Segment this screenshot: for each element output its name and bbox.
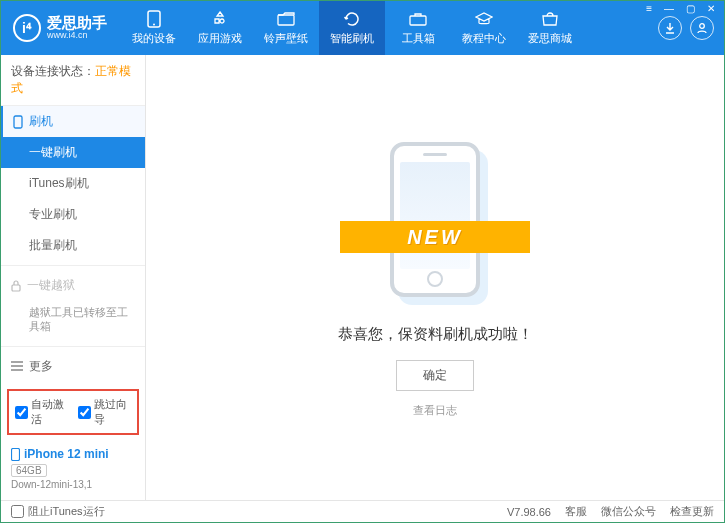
- sidebar-item-onekey-flash[interactable]: 一键刷机: [1, 137, 145, 168]
- status-bar: 阻止iTunes运行 V7.98.66 客服 微信公众号 检查更新: [1, 500, 724, 522]
- option-checkboxes: 自动激活 跳过向导: [7, 389, 139, 435]
- menu-lines-icon: [11, 361, 23, 371]
- sidebar-group-jailbreak: 一键越狱: [1, 270, 145, 301]
- logo: i⁴ 爱思助手 www.i4.cn: [1, 14, 121, 42]
- download-button[interactable]: [658, 16, 682, 40]
- connection-status: 设备连接状态：正常模式: [1, 55, 145, 106]
- sidebar-item-other-tools[interactable]: 其他工具: [1, 382, 145, 383]
- support-link[interactable]: 客服: [565, 504, 587, 519]
- device-name[interactable]: iPhone 12 mini: [11, 447, 135, 461]
- svg-rect-7: [12, 448, 20, 460]
- sidebar-group-flash[interactable]: 刷机: [1, 106, 145, 137]
- tab-toolbox[interactable]: 工具箱: [385, 1, 451, 55]
- device-icon: [11, 448, 20, 461]
- folder-icon: [277, 10, 295, 28]
- main-content: NEW 恭喜您，保资料刷机成功啦！ 确定 查看日志: [146, 55, 724, 500]
- header-right: [658, 16, 724, 40]
- tab-flash[interactable]: 智能刷机: [319, 1, 385, 55]
- svg-rect-5: [14, 116, 22, 128]
- app-name: 爱思助手: [47, 15, 107, 32]
- device-panel: iPhone 12 mini 64GB Down-12mini-13,1: [1, 441, 145, 500]
- cap-icon: [475, 10, 493, 28]
- minimize-icon[interactable]: —: [661, 3, 677, 14]
- phone-small-icon: [13, 115, 23, 129]
- tab-ringtones[interactable]: 铃声壁纸: [253, 1, 319, 55]
- sidebar-group-more[interactable]: 更多: [1, 351, 145, 382]
- check-update-link[interactable]: 检查更新: [670, 504, 714, 519]
- version-label: V7.98.66: [507, 506, 551, 518]
- sidebar: 设备连接状态：正常模式 刷机 一键刷机 iTunes刷机 专业刷机 批量刷机 一…: [1, 55, 146, 500]
- chk-block-itunes[interactable]: 阻止iTunes运行: [11, 504, 105, 519]
- device-download-id: Down-12mini-13,1: [11, 479, 135, 490]
- menu-icon[interactable]: ≡: [643, 3, 655, 14]
- maximize-icon[interactable]: ▢: [683, 3, 698, 14]
- view-log-link[interactable]: 查看日志: [413, 403, 457, 418]
- tab-tutorials[interactable]: 教程中心: [451, 1, 517, 55]
- svg-rect-2: [278, 15, 294, 25]
- new-ribbon: NEW: [335, 215, 535, 259]
- chk-skip-guide[interactable]: 跳过向导: [78, 397, 131, 427]
- user-button[interactable]: [690, 16, 714, 40]
- app-header: ≡ — ▢ ✕ i⁴ 爱思助手 www.i4.cn 我的设备 应用游戏 铃声壁纸…: [1, 1, 724, 55]
- sidebar-item-batch-flash[interactable]: 批量刷机: [1, 230, 145, 261]
- lock-icon: [11, 280, 21, 292]
- success-illustration: NEW: [335, 137, 535, 307]
- tab-apps[interactable]: 应用游戏: [187, 1, 253, 55]
- jailbreak-note: 越狱工具已转移至工具箱: [1, 301, 145, 342]
- success-message: 恭喜您，保资料刷机成功啦！: [338, 325, 533, 344]
- window-controls: ≡ — ▢ ✕: [643, 3, 718, 14]
- ok-button[interactable]: 确定: [396, 360, 474, 391]
- logo-badge: i⁴: [13, 14, 41, 42]
- svg-point-1: [153, 24, 155, 26]
- shop-icon: [541, 10, 559, 28]
- sidebar-item-itunes-flash[interactable]: iTunes刷机: [1, 168, 145, 199]
- svg-rect-6: [12, 285, 20, 291]
- apps-icon: [211, 10, 229, 28]
- chk-auto-activate[interactable]: 自动激活: [15, 397, 68, 427]
- device-capacity: 64GB: [11, 464, 47, 477]
- main-tabs: 我的设备 应用游戏 铃声壁纸 智能刷机 工具箱 教程中心 爱思商城: [121, 1, 583, 55]
- wechat-link[interactable]: 微信公众号: [601, 504, 656, 519]
- toolbox-icon: [409, 10, 427, 28]
- tab-my-device[interactable]: 我的设备: [121, 1, 187, 55]
- sidebar-item-pro-flash[interactable]: 专业刷机: [1, 199, 145, 230]
- svg-rect-3: [410, 16, 426, 25]
- refresh-icon: [343, 10, 361, 28]
- phone-icon: [145, 10, 163, 28]
- svg-point-4: [700, 24, 705, 29]
- app-url: www.i4.cn: [47, 31, 107, 41]
- close-icon[interactable]: ✕: [704, 3, 718, 14]
- tab-shop[interactable]: 爱思商城: [517, 1, 583, 55]
